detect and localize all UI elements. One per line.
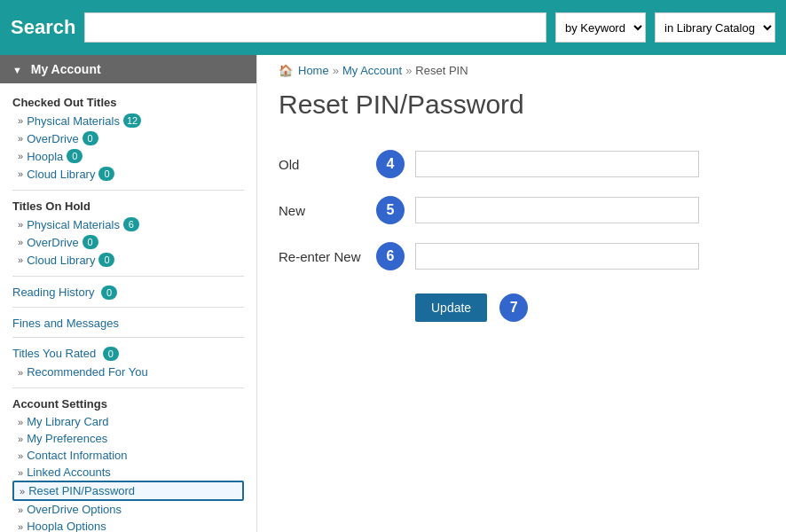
section-titles-rated[interactable]: Titles You Rated 0 <box>12 347 244 361</box>
sidebar-item-contact[interactable]: » Contact Information <box>12 447 244 464</box>
update-row: Update 7 <box>415 293 699 322</box>
badge-physical-checked: 12 <box>123 113 141 128</box>
divider <box>12 276 244 277</box>
sidebar-item-library-card[interactable]: » My Library Card <box>12 413 244 430</box>
section-fines[interactable]: Fines and Messages <box>12 317 244 330</box>
arrow-icon: » <box>18 237 23 247</box>
arrow-icon: » <box>20 486 25 497</box>
badge-cloud-checked: 0 <box>98 167 114 181</box>
step-5-cell: 5 <box>376 187 415 233</box>
new-pin-input[interactable] <box>415 197 699 223</box>
arrow-icon: » <box>18 417 23 427</box>
home-icon: 🏠 <box>279 64 293 77</box>
step-6-cell: 6 <box>376 233 415 279</box>
layout: ▼ My Account Checked Out Titles » Physic… <box>0 55 786 532</box>
input-reenter-cell <box>415 233 710 279</box>
badge-physical-hold: 6 <box>123 217 139 231</box>
label-reenter: Re-enter New <box>279 233 376 279</box>
input-old-cell <box>415 141 710 187</box>
arrow-icon: » <box>18 219 23 230</box>
old-pin-input[interactable] <box>415 151 699 177</box>
step-5-circle: 5 <box>376 196 405 224</box>
triangle-icon: ▼ <box>12 65 22 75</box>
search-label: Search <box>11 16 75 39</box>
arrow-icon: » <box>18 115 23 126</box>
sidebar: ▼ My Account Checked Out Titles » Physic… <box>0 55 257 532</box>
arrow-icon: » <box>18 450 23 461</box>
badge-hoopla-checked: 0 <box>67 149 83 163</box>
sidebar-item-overdrive-options[interactable]: » OverDrive Options <box>12 501 244 518</box>
arrow-icon: » <box>18 133 23 144</box>
step-7-circle: 7 <box>499 293 528 322</box>
form-row-old: Old 4 <box>279 141 710 187</box>
catalog-select[interactable]: in Library Catalog in OverDrive in Hoopl… <box>655 12 775 43</box>
sidebar-item-linked-accounts[interactable]: » Linked Accounts <box>12 464 244 481</box>
form-row-update: Update 7 <box>279 279 710 331</box>
update-cell: Update 7 <box>415 279 710 331</box>
update-button[interactable]: Update <box>415 293 487 322</box>
sidebar-item-physical-hold[interactable]: » Physical Materials 6 <box>12 215 244 233</box>
section-account-settings: Account Settings <box>12 397 244 411</box>
sidebar-item-hoopla-checked[interactable]: » Hoopla 0 <box>12 147 244 165</box>
divider <box>12 190 244 191</box>
sidebar-item-cloud-library-checked[interactable]: » Cloud Library 0 <box>12 165 244 183</box>
section-checked-out: Checked Out Titles <box>12 96 244 109</box>
section-on-hold: Titles On Hold <box>12 200 244 213</box>
reset-pin-form: Old 4 New 5 <box>279 141 710 331</box>
arrow-icon: » <box>18 168 23 179</box>
breadcrumb-current: Reset PIN <box>415 64 468 77</box>
search-input[interactable] <box>84 12 546 43</box>
sidebar-item-recommended[interactable]: » Recommended For You <box>12 364 244 380</box>
arrow-icon: » <box>18 367 23 378</box>
breadcrumb: 🏠 Home » My Account » Reset PIN <box>279 64 765 77</box>
sidebar-item-physical-materials-checked[interactable]: » Physical Materials 12 <box>12 112 244 129</box>
step-6-circle: 6 <box>376 242 405 270</box>
sidebar-item-overdrive-checked[interactable]: » OverDrive 0 <box>12 129 244 147</box>
step-4-circle: 4 <box>376 150 405 178</box>
sidebar-item-reset-pin[interactable]: » Reset PIN/Password <box>12 481 244 501</box>
sidebar-item-hoopla-options[interactable]: » Hoopla Options <box>12 518 244 532</box>
divider <box>12 307 244 308</box>
arrow-icon: » <box>18 505 23 515</box>
step-4-cell: 4 <box>376 141 415 187</box>
arrow-icon: » <box>18 434 23 444</box>
label-old: Old <box>279 141 376 187</box>
sidebar-item-overdrive-hold[interactable]: » OverDrive 0 <box>12 233 244 251</box>
arrow-icon: » <box>18 254 23 265</box>
sidebar-item-preferences[interactable]: » My Preferences <box>12 430 244 447</box>
divider <box>12 337 244 338</box>
main-content: 🏠 Home » My Account » Reset PIN Reset PI… <box>257 55 786 532</box>
badge-cloud-hold: 0 <box>98 253 114 267</box>
sidebar-content: Checked Out Titles » Physical Materials … <box>0 83 256 532</box>
section-reading-history[interactable]: Reading History 0 <box>12 286 244 300</box>
by-keyword-select[interactable]: by Keyword by Author by Title by Subject <box>555 12 646 43</box>
badge-overdrive-checked: 0 <box>83 131 98 145</box>
reenter-pin-input[interactable] <box>415 243 699 270</box>
sidebar-title: ▼ My Account <box>0 55 256 83</box>
badge-reading-history: 0 <box>101 286 117 300</box>
badge-overdrive-hold: 0 <box>83 235 98 249</box>
arrow-icon: » <box>18 151 23 161</box>
input-new-cell <box>415 187 710 233</box>
form-row-reenter: Re-enter New 6 <box>279 233 710 279</box>
divider <box>12 387 244 388</box>
breadcrumb-home[interactable]: Home <box>298 64 329 77</box>
form-row-new: New 5 <box>279 187 710 233</box>
arrow-icon: » <box>18 467 23 478</box>
arrow-icon: » <box>18 521 23 532</box>
breadcrumb-my-account[interactable]: My Account <box>342 64 402 77</box>
sidebar-item-cloud-hold[interactable]: » Cloud Library 0 <box>12 251 244 269</box>
header: Search by Keyword by Author by Title by … <box>0 0 786 55</box>
label-new: New <box>279 187 376 233</box>
page-title: Reset PIN/Password <box>279 90 765 120</box>
badge-titles-rated: 0 <box>103 347 119 361</box>
